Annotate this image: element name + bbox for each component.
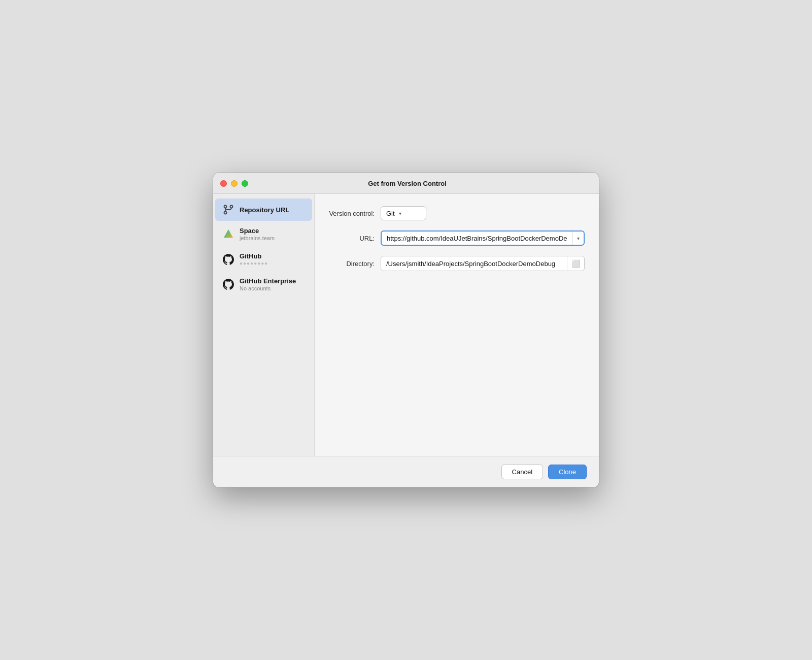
sidebar: Repository URL bbox=[213, 194, 315, 456]
space-label: Space bbox=[240, 227, 275, 235]
svg-point-1 bbox=[224, 212, 227, 214]
url-dropdown-button[interactable]: ▾ bbox=[572, 232, 584, 245]
space-icon bbox=[222, 228, 234, 240]
dialog-title: Get from Version Control bbox=[256, 180, 558, 187]
url-label: URL: bbox=[329, 235, 375, 242]
folder-icon: ⬜ bbox=[571, 259, 580, 268]
url-input[interactable] bbox=[382, 233, 572, 244]
close-button[interactable] bbox=[220, 180, 227, 187]
directory-label: Directory: bbox=[329, 260, 375, 268]
github-enterprise-text: GitHub Enterprise No accounts bbox=[240, 277, 296, 291]
version-control-value: Git bbox=[386, 210, 395, 217]
repository-url-text: Repository URL bbox=[240, 206, 289, 214]
main-content: Version control: Git ▾ URL: ▾ Directory bbox=[315, 194, 599, 456]
version-control-select[interactable]: Git ▾ bbox=[381, 206, 426, 220]
github-icon bbox=[222, 253, 234, 266]
github-enterprise-icon bbox=[222, 278, 234, 290]
version-control-label: Version control: bbox=[329, 210, 375, 217]
url-row: URL: ▾ bbox=[329, 230, 585, 246]
github-sublabel: ●●●●●●●● bbox=[240, 260, 268, 266]
sidebar-item-github[interactable]: GitHub ●●●●●●●● bbox=[215, 247, 312, 271]
sidebar-item-github-enterprise[interactable]: GitHub Enterprise No accounts bbox=[215, 272, 312, 296]
directory-row: Directory: ⬜ bbox=[329, 256, 585, 271]
version-control-row: Version control: Git ▾ bbox=[329, 206, 585, 220]
minimize-button[interactable] bbox=[231, 180, 238, 187]
repository-url-label: Repository URL bbox=[240, 206, 289, 214]
cancel-button[interactable]: Cancel bbox=[501, 465, 543, 479]
directory-browse-button[interactable]: ⬜ bbox=[567, 256, 584, 271]
sidebar-item-space[interactable]: Space jetbrains.team bbox=[215, 222, 312, 246]
svg-point-0 bbox=[224, 206, 227, 208]
chevron-down-icon: ▾ bbox=[577, 236, 580, 241]
github-text: GitHub ●●●●●●●● bbox=[240, 252, 268, 266]
sidebar-item-repository-url[interactable]: Repository URL bbox=[215, 199, 312, 221]
github-enterprise-label: GitHub Enterprise bbox=[240, 277, 296, 285]
directory-input[interactable] bbox=[381, 258, 567, 270]
get-from-vcs-dialog: Get from Version Control Repository URL bbox=[213, 173, 599, 487]
vcs-icon bbox=[222, 204, 234, 216]
space-text: Space jetbrains.team bbox=[240, 227, 275, 241]
svg-point-2 bbox=[230, 206, 233, 208]
directory-input-wrapper: ⬜ bbox=[381, 256, 585, 271]
titlebar: Get from Version Control bbox=[213, 173, 599, 194]
clone-button[interactable]: Clone bbox=[548, 465, 587, 479]
dialog-body: Repository URL bbox=[213, 194, 599, 456]
traffic-lights bbox=[220, 180, 248, 187]
url-input-wrapper: ▾ bbox=[381, 230, 585, 246]
chevron-down-icon: ▾ bbox=[399, 211, 401, 216]
space-sublabel: jetbrains.team bbox=[240, 235, 275, 241]
maximize-button[interactable] bbox=[242, 180, 248, 187]
github-enterprise-sublabel: No accounts bbox=[240, 285, 296, 291]
github-label: GitHub bbox=[240, 252, 268, 260]
dialog-footer: Cancel Clone bbox=[213, 456, 599, 487]
